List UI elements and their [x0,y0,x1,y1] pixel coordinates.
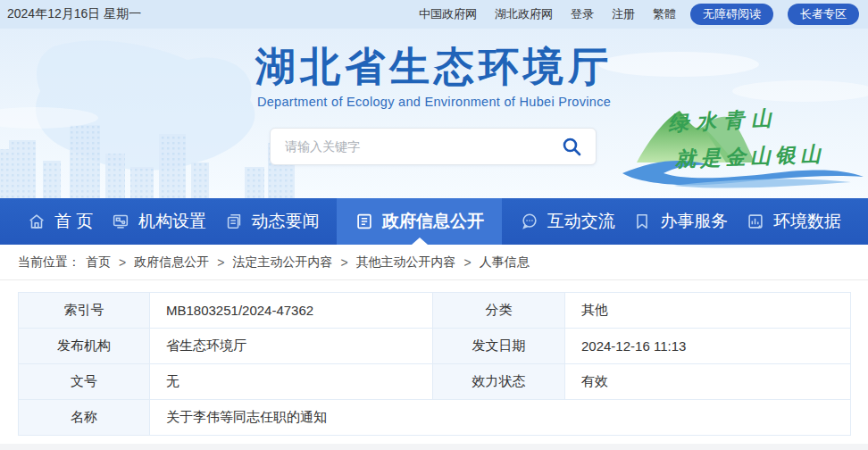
nav-item-services[interactable]: 办事服务 [632,198,728,245]
senior-zone-button[interactable]: 长者专区 [788,4,859,25]
link-china-gov[interactable]: 中国政府网 [419,6,477,22]
nav-item-news[interactable]: 动态要闻 [224,198,320,245]
table-row: 文号 无 效力状态 有效 [19,364,851,400]
page-bottom-strip [0,444,868,450]
slogan-line1: 绿水青山 [667,104,779,138]
document-meta-table: 索引号 MB1803251/2024-47362 分类 其他 发布机构 省生态环… [18,292,851,436]
search-button[interactable] [558,133,585,160]
org-icon [111,212,130,231]
active-tab-pointer [412,238,428,245]
meta-label-validity: 效力状态 [433,364,565,400]
meta-label-issue-date: 发文日期 [433,329,565,364]
breadcrumb: 当前位置： 首页 > 政府信息公开 > 法定主动公开内容 > 其他主动公开内容 … [0,245,868,280]
link-traditional-chinese[interactable]: 繁體 [653,6,676,22]
meta-value-validity: 有效 [565,364,851,400]
link-hubei-gov[interactable]: 湖北政府网 [495,6,553,22]
nav-item-home[interactable]: 首 页 [27,198,93,245]
slogan-line2: 就是金山银山 [675,140,826,173]
table-row: 名称 关于李伟等同志任职的通知 [19,400,851,436]
crumb-separator: > [119,255,126,270]
bookmark-icon [632,212,652,231]
gov-info-icon [355,212,374,231]
main-nav: 首 页 机构设置 动态要闻 政府信息公开 [0,198,868,245]
link-register[interactable]: 注册 [612,6,635,22]
meta-value-title: 关于李伟等同志任职的通知 [150,400,851,436]
crumb-home[interactable]: 首页 [86,254,111,271]
accessibility-reading-button[interactable]: 无障碍阅读 [690,4,773,25]
crumb-separator: > [464,255,472,270]
breadcrumb-prefix: 当前位置： [18,254,80,271]
search-icon [561,136,582,157]
nav-label: 互动交流 [547,210,615,233]
meta-label-doc-no: 文号 [19,364,150,400]
nav-label: 动态要闻 [252,210,320,233]
home-icon [27,212,46,231]
crumb-gov-info[interactable]: 政府信息公开 [134,254,209,271]
meta-label-category: 分类 [433,293,565,329]
meta-label-issuing-org: 发布机构 [19,329,150,364]
site-search [270,128,597,165]
data-chart-icon [746,212,765,231]
crumb-personnel-info[interactable]: 人事信息 [480,254,530,271]
meta-label-index-no: 索引号 [19,293,150,329]
meta-value-doc-no: 无 [150,364,433,400]
crumb-separator: > [217,255,224,270]
meta-value-index-no: MB1803251/2024-47362 [150,293,433,329]
nav-item-env-data[interactable]: 环境数据 [746,198,841,245]
mountain-water-art [621,80,866,196]
link-login[interactable]: 登录 [571,6,594,22]
document-meta-section: 索引号 MB1803251/2024-47362 分类 其他 发布机构 省生态环… [0,280,868,436]
table-row: 发布机构 省生态环境厅 发文日期 2024-12-16 11:13 [19,329,851,364]
site-header: 湖北省生态环境厅 Department of Ecology and Envir… [0,29,868,198]
meta-value-issue-date: 2024-12-16 11:13 [565,329,851,364]
topbar-links: 中国政府网 湖北政府网 登录 注册 繁體 无障碍阅读 长者专区 [401,4,859,25]
nav-label: 政府信息公开 [382,210,484,233]
nav-label: 机构设置 [138,210,206,233]
current-date: 2024年12月16日 星期一 [7,6,141,22]
nav-item-interaction[interactable]: 互动交流 [520,198,615,245]
nav-label: 环境数据 [773,210,841,233]
top-utility-bar: 2024年12月16日 星期一 中国政府网 湖北政府网 登录 注册 繁體 无障碍… [0,0,868,29]
meta-value-category: 其他 [565,293,851,329]
nav-label: 办事服务 [660,210,728,233]
crumb-statutory-disclosure[interactable]: 法定主动公开内容 [232,254,332,271]
crumb-separator: > [340,255,347,270]
meta-label-title: 名称 [19,400,150,436]
nav-item-org[interactable]: 机构设置 [111,198,206,245]
news-icon [224,212,244,231]
chat-icon [520,212,539,231]
crumb-other-disclosure[interactable]: 其他主动公开内容 [356,254,456,271]
table-row: 索引号 MB1803251/2024-47362 分类 其他 [19,293,851,329]
meta-value-issuing-org: 省生态环境厅 [150,329,433,364]
nav-label: 首 页 [54,210,93,233]
nav-item-gov-info[interactable]: 政府信息公开 [337,198,502,245]
search-input[interactable] [285,139,558,154]
